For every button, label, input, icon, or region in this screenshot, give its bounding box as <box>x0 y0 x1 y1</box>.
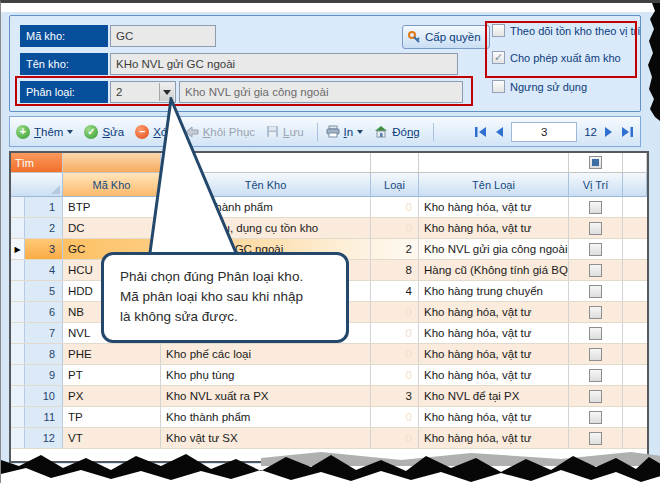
column-header-ten-loai[interactable]: Tên Loại <box>419 173 569 197</box>
table-row[interactable]: 11TPKho thành phẩm0Kho hàng hóa, vật tư <box>11 407 647 428</box>
cell-vi-tri[interactable] <box>569 386 623 406</box>
vi-tri-checkbox[interactable] <box>589 327 602 340</box>
cell-loai[interactable]: 0 <box>371 302 419 322</box>
cell-loai[interactable]: 0 <box>371 407 419 427</box>
table-row[interactable]: 2DCKho công cụ, dụng cụ tồn kho0Kho hàng… <box>11 218 647 239</box>
chevron-down-icon[interactable] <box>67 130 73 137</box>
toolbar-button-label: In <box>344 126 354 138</box>
cell-vi-tri[interactable] <box>569 197 623 217</box>
cell-ten-loai[interactable]: Kho hàng trung chuyển <box>419 281 569 301</box>
column-header-vi-tri[interactable]: Vị Trí <box>569 173 623 197</box>
vi-tri-checkbox[interactable] <box>589 306 602 319</box>
cell-ten-loai[interactable]: Kho hàng hóa, vật tư <box>419 365 569 385</box>
cell-loai[interactable]: 0 <box>371 365 419 385</box>
cell-loai[interactable]: 0 <box>371 428 419 448</box>
cell-ma-kho[interactable]: PT <box>63 365 161 385</box>
ma-kho-input[interactable]: GC <box>110 25 216 47</box>
prev-record-icon[interactable] <box>494 126 504 138</box>
cell-extra <box>623 239 647 259</box>
cell-vi-tri[interactable] <box>569 281 623 301</box>
checkbox-box[interactable] <box>492 24 505 37</box>
vi-tri-checkbox[interactable] <box>589 243 602 256</box>
toolbar-button-print[interactable]: In <box>326 125 364 138</box>
cell-ma-kho[interactable]: PX <box>63 386 161 406</box>
cell-loai[interactable]: 4 <box>371 281 419 301</box>
vi-tri-checkbox[interactable] <box>589 201 602 214</box>
cell-loai[interactable]: 2 <box>371 239 419 259</box>
vi-tri-checkbox[interactable] <box>589 222 602 235</box>
printer-icon <box>326 125 340 138</box>
cell-ten-loai[interactable]: Kho hàng hóa, vật tư <box>419 218 569 238</box>
cell-ma-kho[interactable]: TP <box>63 407 161 427</box>
filter-checkbox-indeterminate[interactable] <box>589 156 602 169</box>
checkbox-box[interactable] <box>492 80 505 93</box>
vi-tri-checkbox[interactable] <box>589 264 602 277</box>
next-record-icon[interactable] <box>604 126 614 138</box>
cell-vi-tri[interactable] <box>569 218 623 238</box>
vi-tri-checkbox[interactable] <box>589 348 602 361</box>
cell-ten-kho[interactable]: Kho phụ tùng <box>161 365 371 385</box>
cell-vi-tri[interactable] <box>569 302 623 322</box>
cell-ten-loai[interactable]: Kho NVL để tại PX <box>419 386 569 406</box>
filter-cell-ten-loai[interactable] <box>419 153 569 173</box>
cell-ma-kho[interactable]: VT <box>63 428 161 448</box>
select-all-corner[interactable] <box>11 173 63 197</box>
table-row[interactable]: 10PXKho NVL xuất ra PX3Kho NVL để tại PX <box>11 386 647 407</box>
cell-vi-tri[interactable] <box>569 344 623 364</box>
filter-cell-extra[interactable] <box>623 153 647 173</box>
cell-ten-kho[interactable]: Kho NVL xuất ra PX <box>161 386 371 406</box>
cap-quyen-button[interactable]: Cấp quyền <box>402 25 490 49</box>
checkbox-2[interactable]: ✓Cho phép xuất âm kho <box>492 51 621 64</box>
cell-loai[interactable]: 0 <box>371 197 419 217</box>
cell-loai[interactable]: 3 <box>371 386 419 406</box>
row-number: 12 <box>25 428 63 448</box>
filter-cell-loai[interactable] <box>371 153 419 173</box>
table-filter-row[interactable]: Tìm <box>11 153 647 173</box>
vi-tri-checkbox[interactable] <box>589 285 602 298</box>
cell-ten-loai[interactable]: Kho hàng hóa, vật tư <box>419 344 569 364</box>
toolbar-button-edit[interactable]: ✓Sửa <box>84 125 124 139</box>
last-record-icon[interactable] <box>621 126 634 138</box>
cell-ten-loai[interactable]: Kho NVL gửi gia công ngoài <box>419 239 569 259</box>
ten-kho-input[interactable]: KHo NVL gửi GC ngoài <box>110 53 458 75</box>
cell-vi-tri[interactable] <box>569 239 623 259</box>
cell-ten-loai[interactable]: Kho hàng hóa, vật tư <box>419 302 569 322</box>
cell-loai[interactable]: 8 <box>371 260 419 280</box>
cell-ten-loai[interactable]: Kho hàng hóa, vật tư <box>419 407 569 427</box>
vi-tri-checkbox[interactable] <box>589 369 602 382</box>
vi-tri-checkbox[interactable] <box>589 411 602 424</box>
cell-ten-kho[interactable]: Kho phế các loại <box>161 344 371 364</box>
cell-vi-tri[interactable] <box>569 428 623 448</box>
cell-vi-tri[interactable] <box>569 323 623 343</box>
cell-ten-kho[interactable]: Kho vật tư SX <box>161 428 371 448</box>
table-row[interactable]: 9PTKho phụ tùng0Kho hàng hóa, vật tư <box>11 365 647 386</box>
cell-vi-tri[interactable] <box>569 260 623 280</box>
cell-ten-loai[interactable]: Kho hàng hóa, vật tư <box>419 197 569 217</box>
checkbox-1[interactable]: Theo dõi tồn kho theo vị trí <box>492 24 640 37</box>
column-header-loai[interactable]: Loại <box>371 173 419 197</box>
toolbar-button-close[interactable]: Đóng <box>374 125 420 138</box>
vi-tri-checkbox[interactable] <box>589 432 602 445</box>
cell-loai[interactable]: 0 <box>371 344 419 364</box>
cell-ten-loai[interactable]: Kho hàng hóa, vật tư <box>419 323 569 343</box>
chevron-down-icon[interactable] <box>357 130 363 137</box>
table-row[interactable]: 1BTPKho bán thành phẩm0Kho hàng hóa, vật… <box>11 197 647 218</box>
table-row[interactable]: 8PHEKho phế các loại0Kho hàng hóa, vật t… <box>11 344 647 365</box>
checkbox-3[interactable]: Ngưng sử dụng <box>492 80 587 93</box>
cell-vi-tri[interactable] <box>569 407 623 427</box>
vi-tri-checkbox[interactable] <box>589 390 602 403</box>
toolbar-button-save[interactable]: Lưu <box>266 125 304 138</box>
cell-loai[interactable]: 0 <box>371 323 419 343</box>
cell-ma-kho[interactable]: PHE <box>63 344 161 364</box>
checkbox-box[interactable]: ✓ <box>492 51 505 64</box>
filter-cell-vi-tri[interactable] <box>569 153 623 173</box>
toolbar-button-add[interactable]: +Thêm <box>16 125 73 139</box>
cell-ten-kho[interactable]: Kho thành phẩm <box>161 407 371 427</box>
first-record-icon[interactable] <box>474 126 487 138</box>
current-record-input[interactable]: 3 <box>511 122 577 142</box>
cell-vi-tri[interactable] <box>569 365 623 385</box>
cell-loai[interactable]: 0 <box>371 218 419 238</box>
cell-ten-loai[interactable]: Kho hàng hóa, vật tư <box>419 428 569 448</box>
check-icon: ✓ <box>84 125 98 139</box>
cell-ten-loai[interactable]: Hàng cũ (Không tính giá BQ... <box>419 260 569 280</box>
